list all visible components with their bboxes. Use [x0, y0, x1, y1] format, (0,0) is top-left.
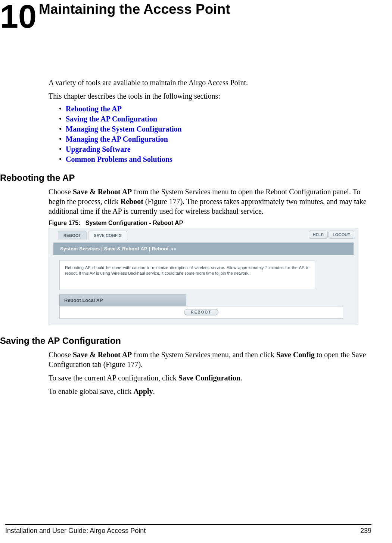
button-row: REBOOT	[59, 306, 343, 319]
toc-link-upgrading[interactable]: Upgrading Software	[66, 145, 131, 153]
toc-link-manage-system[interactable]: Managing the System Configuration	[66, 125, 182, 133]
top-buttons: HELP LOGOUT	[309, 231, 354, 239]
figure-screenshot: REBOOT SAVE CONFIG HELP LOGOUT System Se…	[49, 228, 358, 325]
chapter-number: 10	[0, 0, 37, 33]
section-heading-rebooting: Rebooting the AP	[0, 173, 371, 183]
toc-item: •Managing the AP Configuration	[59, 135, 371, 144]
chapter-title: Maintaining the Access Point	[39, 1, 230, 17]
figure-topbar: REBOOT SAVE CONFIG HELP LOGOUT	[49, 228, 358, 243]
help-button[interactable]: HELP	[309, 231, 328, 239]
page-number: 239	[360, 527, 371, 535]
tab-reboot[interactable]: REBOOT	[58, 231, 87, 240]
toc-list: •Rebooting the AP •Saving the AP Configu…	[59, 105, 371, 164]
toc-item: •Upgrading Software	[59, 145, 371, 154]
toc-link-manage-ap[interactable]: Managing the AP Configuration	[66, 135, 168, 143]
info-box: Rebooting AP should be done with caution…	[59, 260, 315, 290]
toc-item: •Managing the System Configuration	[59, 125, 371, 133]
section2-p1: Choose Save & Reboot AP from the System …	[49, 350, 371, 369]
toc-item: •Saving the AP Configuration	[59, 115, 371, 123]
chevron-right-icon: >>	[171, 247, 177, 251]
section-bar-reboot: Reboot Local AP	[59, 294, 186, 306]
logout-button[interactable]: LOGOUT	[329, 231, 354, 239]
section-saving: Saving the AP Configuration Choose Save …	[0, 336, 371, 396]
toc-link-saving[interactable]: Saving the AP Configuration	[66, 115, 157, 123]
footer-title: Installation and User Guide: Airgo Acces…	[5, 527, 146, 535]
section2-p3: To enable global save, click Apply.	[49, 386, 371, 396]
section-heading-saving: Saving the AP Configuration	[0, 336, 371, 346]
section-rebooting: Rebooting the AP Choose Save & Reboot AP…	[0, 173, 371, 325]
tabs: REBOOT SAVE CONFIG	[58, 231, 127, 240]
intro-p2: This chapter describes the tools in the …	[49, 91, 371, 101]
chapter-header: 10 Maintaining the Access Point	[0, 0, 371, 33]
section1-paragraph: Choose Save & Reboot AP from the System …	[49, 187, 371, 216]
tab-save-config[interactable]: SAVE CONFIG	[88, 231, 127, 240]
page-footer: Installation and User Guide: Airgo Acces…	[5, 524, 371, 535]
intro-p1: A variety of tools are available to main…	[49, 78, 371, 87]
breadcrumb: System Services | Save & Reboot AP | Reb…	[53, 243, 354, 255]
figure-caption: Figure 175: System Configuration - Reboo…	[49, 220, 371, 226]
reboot-button[interactable]: REBOOT	[184, 309, 219, 315]
toc-item: •Common Problems and Solutions	[59, 155, 371, 164]
toc-link-problems[interactable]: Common Problems and Solutions	[66, 155, 172, 163]
toc-item: •Rebooting the AP	[59, 105, 371, 113]
intro-body: A variety of tools are available to main…	[49, 78, 371, 164]
toc-link-rebooting[interactable]: Rebooting the AP	[66, 105, 122, 113]
section2-p2: To save the current AP configuration, cl…	[49, 373, 371, 383]
